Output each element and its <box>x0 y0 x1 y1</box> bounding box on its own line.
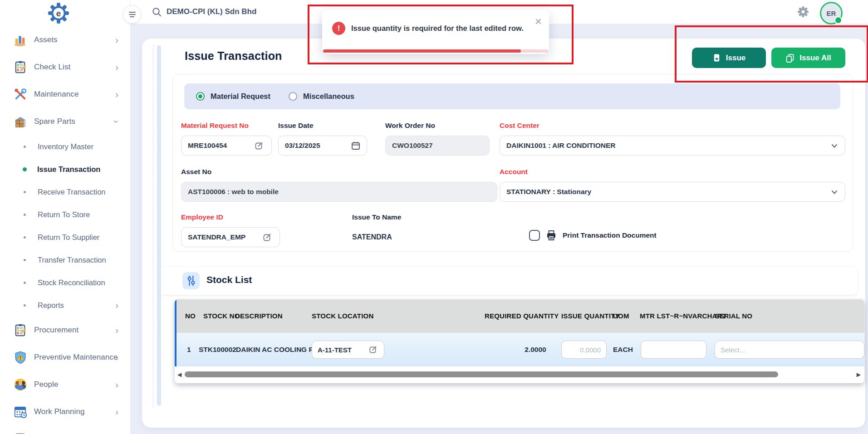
sidebar-item-transfer-transaction[interactable]: Transfer Transaction <box>0 249 130 271</box>
edit-icon[interactable] <box>369 345 378 354</box>
app-logo-gear-icon[interactable]: e <box>47 2 70 24</box>
svg-text:e: e <box>56 9 61 18</box>
copy-files-icon <box>785 54 794 63</box>
settings-gear-icon[interactable] <box>797 6 809 18</box>
sidebar-item-label: Issue Transaction <box>37 165 100 174</box>
serial-no-select[interactable] <box>715 341 864 359</box>
bullet-icon <box>24 236 26 239</box>
issue-all-button[interactable]: Issue All <box>771 48 845 68</box>
edit-icon[interactable] <box>255 141 264 150</box>
cell-required-quantity: 2.0000 <box>510 346 560 354</box>
sidebar-item-maintenance[interactable]: Maintenance › <box>0 81 130 108</box>
sidebar-item-label: Maintenance <box>34 90 78 99</box>
stock-list-title: Stock List <box>206 274 252 285</box>
col-serial-no: SERIAL NO <box>715 312 752 320</box>
sidebar-item-label: Assets <box>34 35 58 44</box>
toast-message: Issue quantity is required for the last … <box>351 24 524 33</box>
sidebar-item-issue-transaction[interactable]: Issue Transaction <box>0 158 130 180</box>
radio-miscellaneous[interactable]: Miscellaneous <box>289 92 354 101</box>
transaction-type-banner: Material Request Miscellaneous <box>184 83 840 109</box>
calendar-icon[interactable] <box>351 141 361 151</box>
toast-close-icon[interactable]: × <box>535 15 542 27</box>
sidebar-item-stock-reconciliation[interactable]: Stock Reconciliation <box>0 271 130 294</box>
employee-id-label: Employee ID <box>181 213 223 221</box>
scroll-right-icon[interactable]: ▶ <box>857 371 861 378</box>
scrollbar-thumb[interactable] <box>185 371 778 377</box>
sidebar-item-label: Work Planning <box>34 407 85 416</box>
chevron-right-icon: › <box>115 35 118 44</box>
sidebar-item-spare-parts[interactable]: Spare Parts › <box>0 108 130 135</box>
issue-quantity-input[interactable] <box>561 341 607 359</box>
avatar-initials: ER <box>827 10 836 17</box>
gutter-scroll-track[interactable] <box>157 45 161 406</box>
chevron-right-icon: › <box>115 380 118 389</box>
company-search[interactable]: DEMO-CPI (KL) Sdn Bhd <box>152 0 256 24</box>
radio-unselected-icon[interactable] <box>289 92 297 101</box>
issue-all-button-label: Issue All <box>799 54 831 63</box>
col-stock-no: STOCK NO <box>203 312 240 320</box>
sidebar-item-label: Return To Supplier <box>38 233 99 242</box>
cost-center-label: Cost Center <box>500 122 539 130</box>
bullet-icon <box>24 191 26 193</box>
sidebar-item-inventory-master[interactable]: Inventory Master <box>0 135 130 158</box>
radio-label: Miscellaneous <box>303 92 354 101</box>
sidebar-item-check-list[interactable]: Check List › <box>0 54 130 81</box>
issue-button[interactable]: Issue <box>692 48 766 68</box>
cell-stock-no: STK100002 <box>199 346 236 354</box>
cost-center-value: DAIKIN1001 : AIR CONDITIONER <box>506 141 616 150</box>
sidebar-item-label: Receive Transaction <box>38 188 106 196</box>
asset-no-label: Asset No <box>181 168 211 176</box>
work-planning-calendar-icon <box>13 404 28 419</box>
radio-label: Material Request <box>211 92 270 101</box>
sidebar-item-reports[interactable]: Reports › <box>0 294 130 317</box>
search-icon <box>152 7 162 17</box>
user-avatar[interactable]: ER <box>820 2 843 24</box>
bullet-icon <box>24 304 26 307</box>
chevron-down-icon <box>831 190 838 195</box>
sidebar-item-return-to-store[interactable]: Return To Store <box>0 203 130 226</box>
cost-center-select[interactable]: DAIKIN1001 : AIR CONDITIONER <box>500 136 845 156</box>
scroll-left-icon[interactable]: ◀ <box>177 371 181 378</box>
chevron-right-icon: › <box>115 353 118 362</box>
sidebar-collapse-button[interactable] <box>123 5 141 24</box>
material-request-no-label: Material Request No <box>181 122 249 130</box>
col-mtr-lst: MTR LST~R~NVARCHAR2 <box>640 312 726 320</box>
sidebar-item-assets[interactable]: Assets › <box>0 26 130 54</box>
chevron-right-icon: › <box>115 407 118 416</box>
sidebar-item-receive-transaction[interactable]: Receive Transaction <box>0 180 130 203</box>
row-accent-bar <box>175 299 177 366</box>
sidebar-item-return-to-supplier[interactable]: Return To Supplier <box>0 226 130 249</box>
chevron-right-icon: › <box>115 63 118 72</box>
table-header-row: NO STOCK NO DESCRIPTION STOCK LOCATION R… <box>175 299 864 333</box>
issue-to-name-value: SATENDRA <box>352 233 392 241</box>
shield-warning-icon <box>13 350 28 365</box>
radio-selected-icon[interactable] <box>196 92 205 101</box>
stock-list-icon <box>182 272 200 289</box>
horizontal-scrollbar: ◀ ▶ <box>175 366 864 383</box>
bullet-icon <box>24 259 26 261</box>
sidebar-item-procurement[interactable]: Procurement › <box>0 317 130 344</box>
sidebar-item-work-planning[interactable]: Work Planning › <box>0 398 130 425</box>
print-transaction-group: Print Transaction Document <box>529 229 657 241</box>
print-transaction-checkbox[interactable] <box>529 230 540 241</box>
sidebar-item-label: People <box>34 380 59 389</box>
bullet-icon <box>24 282 26 284</box>
edit-icon[interactable] <box>263 233 272 242</box>
sidebar-item-people[interactable]: People › <box>0 371 130 398</box>
procurement-icon <box>13 322 28 338</box>
stock-table: NO STOCK NO DESCRIPTION STOCK LOCATION R… <box>175 299 864 383</box>
page-title: Issue Transaction <box>185 49 282 63</box>
sidebar-item-label: Reports <box>38 301 64 310</box>
bullet-icon <box>24 214 26 216</box>
maintenance-tools-icon <box>13 87 28 102</box>
file-arrow-icon <box>712 54 721 62</box>
sidebar-item-label: Preventive Maintenance <box>34 353 118 362</box>
account-value: STATIONARY : Stationary <box>506 188 591 196</box>
main-content-card: Issue Transaction Issue Issue All Materi… <box>142 39 865 428</box>
clipped-icon <box>13 431 28 434</box>
chevron-down-icon <box>831 143 838 149</box>
mtr-lst-input[interactable] <box>641 341 706 359</box>
sidebar-item-preventive-maintenance[interactable]: Preventive Maintenance › <box>0 344 130 371</box>
radio-material-request[interactable]: Material Request <box>196 92 270 101</box>
account-select[interactable]: STATIONARY : Stationary <box>500 182 845 202</box>
